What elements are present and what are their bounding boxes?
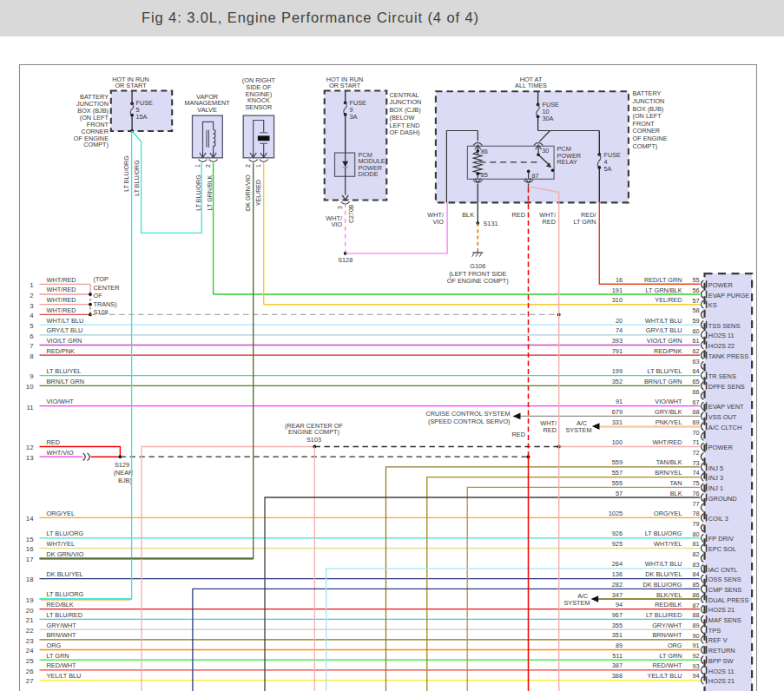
svg-text:VIO: VIO [331, 220, 342, 228]
svg-text:56: 56 [692, 286, 699, 294]
svg-text:79: 79 [692, 520, 699, 528]
svg-text:A/C CLTCH: A/C CLTCH [708, 424, 741, 431]
svg-text:1025: 1025 [609, 510, 623, 517]
svg-text:LT GRN/BLK: LT GRN/BLK [207, 174, 214, 210]
svg-text:20: 20 [26, 607, 34, 615]
svg-text:WHT/RED: WHT/RED [47, 276, 76, 284]
svg-text:15: 15 [26, 536, 34, 543]
svg-text:27: 27 [26, 677, 34, 685]
svg-text:65: 65 [692, 378, 699, 385]
svg-text:9: 9 [30, 372, 33, 380]
svg-text:87: 87 [532, 172, 539, 180]
svg-text:100: 100 [612, 438, 623, 446]
svg-text:IAC CNTL: IAC CNTL [708, 566, 738, 574]
svg-text:84: 84 [692, 570, 699, 578]
svg-text:310: 310 [612, 296, 623, 304]
svg-text:(NEAR: (NEAR [114, 469, 134, 477]
svg-text:82: 82 [692, 550, 699, 558]
svg-text:83: 83 [692, 561, 699, 569]
svg-text:TAN: TAN [669, 479, 682, 487]
svg-text:2: 2 [205, 164, 211, 168]
svg-text:RED: RED [512, 431, 525, 438]
svg-text:Fig 4: 3.0L, Engine Performanc: Fig 4: 3.0L, Engine Performance Circuit … [142, 10, 479, 25]
svg-text:559: 559 [612, 458, 623, 466]
svg-text:VIO/LT GRN: VIO/LT GRN [647, 337, 682, 345]
svg-text:COMPT): COMPT) [633, 142, 658, 150]
svg-text:76: 76 [692, 490, 699, 497]
svg-text:92: 92 [692, 652, 699, 660]
svg-text:LEFT END: LEFT END [390, 122, 420, 129]
svg-text:LT GRN/BLK: LT GRN/BLK [646, 286, 682, 294]
svg-text:TR SENS: TR SENS [708, 372, 736, 380]
svg-text:94: 94 [616, 601, 623, 609]
svg-text:18: 18 [26, 576, 34, 583]
svg-text:5: 5 [30, 322, 34, 330]
svg-text:926: 926 [612, 530, 623, 537]
svg-text:8: 8 [30, 352, 33, 360]
svg-text:555: 555 [612, 479, 623, 487]
svg-text:925: 925 [612, 540, 623, 548]
svg-text:OR START: OR START [115, 82, 147, 89]
svg-text:BRN/YEL: BRN/YEL [655, 469, 682, 477]
svg-text:CENTER: CENTER [94, 284, 120, 292]
svg-text:MAF SENS: MAF SENS [708, 616, 741, 624]
svg-text:21: 21 [26, 616, 34, 624]
svg-text:282: 282 [612, 581, 623, 589]
svg-text:KS: KS [708, 301, 717, 309]
svg-text:BLK: BLK [462, 211, 474, 219]
svg-text:INJ 5: INJ 5 [708, 464, 723, 472]
svg-text:63: 63 [692, 358, 699, 365]
svg-text:SYSTEM: SYSTEM [563, 599, 590, 607]
svg-text:24: 24 [26, 647, 34, 655]
svg-text:GROUND: GROUND [708, 495, 737, 503]
svg-text:LT BLU/YEL: LT BLU/YEL [47, 367, 82, 375]
svg-text:OF: OF [94, 292, 103, 299]
svg-text:17: 17 [26, 556, 34, 563]
svg-text:66: 66 [692, 388, 699, 396]
svg-text:LT BLU/ORG: LT BLU/ORG [47, 530, 84, 537]
svg-text:77: 77 [692, 500, 699, 508]
svg-text:BPP SW: BPP SW [708, 657, 734, 665]
svg-text:RETURN: RETURN [708, 647, 735, 655]
svg-text:25: 25 [26, 657, 34, 665]
svg-text:BRN/LT GRN: BRN/LT GRN [644, 378, 682, 385]
svg-text:SENSOR: SENSOR [245, 103, 272, 111]
svg-text:VSS OUT: VSS OUT [708, 413, 737, 421]
svg-text:69: 69 [692, 418, 699, 426]
svg-text:VIO/WHT: VIO/WHT [655, 398, 682, 405]
svg-text:351: 351 [612, 631, 623, 639]
svg-text:78: 78 [692, 510, 699, 517]
svg-text:80: 80 [692, 530, 699, 538]
svg-text:12: 12 [26, 444, 34, 451]
svg-text:POWER: POWER [708, 444, 733, 451]
svg-text:3A: 3A [350, 113, 358, 121]
svg-text:FP DRIV: FP DRIV [708, 535, 734, 543]
svg-text:WHT/RED: WHT/RED [47, 296, 76, 304]
svg-text:OF DASH): OF DASH) [390, 128, 420, 136]
svg-text:TANK PRESS: TANK PRESS [708, 352, 748, 360]
svg-text:BLK: BLK [670, 490, 682, 497]
svg-text:VALVE: VALVE [197, 106, 217, 114]
svg-text:S131: S131 [484, 220, 498, 227]
svg-text:85: 85 [481, 171, 488, 179]
svg-text:331: 331 [612, 418, 623, 426]
svg-text:YEL/RED: YEL/RED [655, 296, 682, 304]
svg-text:679: 679 [612, 408, 623, 416]
svg-text:EPC SOL: EPC SOL [708, 545, 736, 553]
svg-text:OR START: OR START [329, 82, 361, 89]
svg-text:1: 1 [255, 164, 261, 168]
svg-text:WHT/RED: WHT/RED [47, 286, 76, 293]
svg-text:1: 1 [30, 281, 33, 289]
svg-text:393: 393 [612, 337, 623, 345]
svg-text:15A: 15A [136, 113, 148, 121]
svg-text:BRN/WHT: BRN/WHT [47, 631, 77, 639]
svg-text:199: 199 [612, 367, 623, 375]
svg-text:RELAY: RELAY [557, 158, 578, 166]
svg-text:POWER: POWER [708, 281, 733, 289]
svg-text:TAN/BLK: TAN/BLK [656, 458, 682, 466]
svg-text:RED/WHT: RED/WHT [652, 661, 682, 669]
svg-text:HO2S 22: HO2S 22 [708, 342, 735, 350]
svg-text:YEL/LT BLU: YEL/LT BLU [47, 672, 82, 680]
svg-text:20: 20 [616, 317, 623, 325]
svg-text:4: 4 [30, 312, 34, 319]
